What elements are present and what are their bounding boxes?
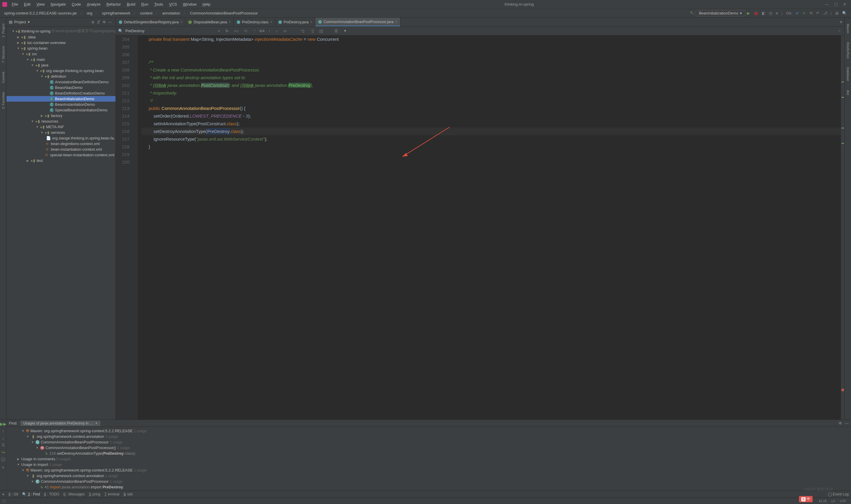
quick-access-icon[interactable]: » — [2, 492, 4, 496]
select-all-icon[interactable]: ▭ — [283, 29, 287, 33]
search-icon[interactable]: 🔍 — [842, 11, 847, 15]
tree-item[interactable]: ▼▸▮org.xiaoge.thinking.in.spring.bean — [6, 68, 115, 74]
find-result-item[interactable]: ▼⛃ Maven: org.springframework:spring-con… — [6, 467, 851, 473]
run-icon[interactable]: ▶ — [747, 11, 750, 15]
menu-code[interactable]: Code — [69, 2, 84, 6]
menu-analyze[interactable]: Analyze — [84, 2, 104, 6]
close-tab-icon[interactable]: × — [95, 421, 97, 426]
history-icon[interactable]: ↻ — [225, 29, 229, 33]
next-match-icon[interactable]: ↓ — [276, 29, 278, 33]
close-tab-icon[interactable]: × — [395, 20, 397, 23]
clear-icon[interactable]: × — [218, 29, 220, 33]
editor-tab[interactable]: CommonAnnotationBeanPostProcessor.java× — [315, 18, 400, 26]
tree-item[interactable]: ▼▸▮src — [6, 51, 115, 57]
bottom-tab[interactable]: Build — [124, 492, 133, 496]
editor-tab[interactable]: PreDestroy.java× — [275, 18, 315, 26]
tree-item[interactable]: CSpecialBeanInstantiationDemo — [6, 107, 115, 113]
find-results-tab[interactable]: Usages of javax.annotation.PreDestroy in… — [20, 421, 101, 426]
tree-item[interactable]: ▶▸▮factory — [6, 113, 115, 119]
add-selection-icon[interactable]: ⁺▯ — [300, 29, 304, 33]
tool-tab[interactable]: RestfulTool — [846, 42, 850, 58]
menu-help[interactable]: Help — [199, 2, 213, 6]
find-result-item[interactable]: ▼m CommonAnnotationBeanPostProcessor() 1… — [6, 445, 851, 451]
find-input[interactable] — [125, 29, 214, 33]
tool-tab[interactable]: Database — [846, 67, 850, 81]
commit-icon[interactable]: ✔ — [802, 11, 806, 15]
file-encoding[interactable]: UTF — [840, 499, 846, 503]
find-result-item[interactable]: ▼C CommonAnnotationBeanPostProcessor 1 u… — [6, 439, 851, 445]
tree-item[interactable]: ▼▸▮spring-bean — [6, 46, 115, 51]
debug-icon[interactable]: 🐞 — [754, 11, 758, 15]
bottom-tab[interactable]: 🔍 3: Find — [22, 492, 40, 496]
bottom-tab[interactable]: Terminal — [104, 492, 120, 496]
locate-icon[interactable]: ⊕ — [91, 20, 94, 24]
hide-panel-icon[interactable]: — — [845, 421, 849, 426]
tree-item[interactable]: ▶▸▮test — [6, 158, 115, 163]
bottom-tab[interactable]: 0: Messages — [64, 492, 85, 496]
code-body[interactable]: private final transient Map<String, Inje… — [138, 35, 845, 419]
word-icon[interactable]: W — [244, 29, 248, 33]
branches-icon[interactable]: ⎇ — [823, 11, 827, 15]
tree-item[interactable]: ▼▸▮definition — [6, 74, 115, 79]
breadcrumb-item[interactable]: CommonAnnotationBeanPostProcessor — [188, 10, 260, 16]
menu-view[interactable]: View — [33, 2, 48, 6]
menu-file[interactable]: File — [9, 2, 21, 6]
tree-item[interactable]: ▼▸▮resources — [6, 119, 115, 124]
tree-item[interactable]: CAnnotationBeanDefinitionDemo — [6, 79, 115, 85]
close-tab-icon[interactable]: × — [181, 20, 182, 24]
caret-position[interactable]: 41:25 — [818, 499, 827, 503]
gear-icon[interactable]: ✻ — [838, 421, 842, 426]
find-result-item[interactable]: ↳ 216 setDestroyAnnotationType(PreDestro… — [6, 451, 851, 456]
editor-tab[interactable]: PreDestroy.class× — [234, 18, 275, 26]
tree-item[interactable]: ⚛bean-instantiation-context.xml — [6, 146, 115, 152]
menu-run[interactable]: Run — [138, 2, 151, 6]
tool-tab[interactable]: Commit — [1, 72, 5, 83]
select-occurrences-icon[interactable]: ▯▯ — [319, 29, 323, 33]
breadcrumb-item[interactable]: annotation — [160, 10, 182, 16]
down-icon[interactable]: ↓ — [2, 436, 4, 440]
tree-item[interactable]: ▼▸▮java — [6, 62, 115, 68]
gear-icon[interactable]: ✻ — [103, 20, 106, 24]
editor-tab[interactable]: DefaultSingletonBeanRegistry.java× — [116, 18, 185, 26]
editor-tab[interactable]: DisposableBean.java× — [185, 18, 234, 26]
menu-vcs[interactable]: VCS — [166, 2, 180, 6]
prev-match-icon[interactable]: ↑ — [269, 29, 271, 33]
bottom-tab[interactable]: 9: Git — [8, 492, 18, 496]
tool-tab[interactable]: Ant — [846, 90, 850, 95]
tree-item[interactable]: ⚛special-bean-instantiation-context.xml — [6, 152, 115, 158]
find-results-tree[interactable]: ▼⛃ Maven: org.springframework:spring-con… — [6, 427, 851, 490]
more-tabs-icon[interactable]: ▾ — [838, 20, 845, 24]
tree-item[interactable]: CBeanAliasDemo — [6, 85, 115, 90]
find-result-item[interactable]: ▼▮ org.springframework.context.annotatio… — [6, 434, 851, 439]
tree-item[interactable]: ▼▸▮thinking-in-spring D:\worksprace\极客学习… — [6, 28, 115, 34]
breadcrumb-item[interactable]: context — [138, 10, 154, 16]
find-result-item[interactable]: ↳ 41 import javax.annotation.import PreD… — [6, 484, 851, 490]
hide-icon[interactable]: — — [108, 20, 112, 24]
menu-navigate[interactable]: Navigate — [48, 2, 69, 6]
run-config-selector[interactable]: BeanInitializationDemo ▾ — [695, 10, 745, 16]
tree-item[interactable]: ▼▸▮main — [6, 57, 115, 62]
close-find-icon[interactable]: × — [838, 29, 841, 33]
menu-edit[interactable]: Edit — [21, 2, 33, 6]
menu-window[interactable]: Window — [180, 2, 199, 6]
revert-icon[interactable]: ↶ — [816, 11, 819, 15]
breadcrumb-item[interactable]: springframework — [100, 10, 132, 16]
close-icon[interactable]: ✕ — [843, 2, 846, 6]
settings-mini-icon[interactable]: ⠿ — [2, 443, 5, 448]
tree-item[interactable]: CBeanInitializationDemo — [6, 96, 115, 102]
tool-tab[interactable]: 2: Favorites — [1, 92, 5, 109]
code-editor[interactable]: 2042052062072082092102112122132142152162… — [116, 35, 845, 419]
regex-icon[interactable]: .* — [253, 29, 256, 33]
stop-icon[interactable]: ■ — [776, 11, 778, 15]
bottom-tab[interactable]: Spring — [89, 492, 101, 496]
tree-item[interactable]: ▼▸▮META-INF — [6, 124, 115, 130]
tree-item[interactable]: ▼▸▮services — [6, 130, 115, 135]
breadcrumb-item[interactable]: spring-context-5.2.2.RELEASE-sources.jar — [2, 10, 78, 16]
tree-item[interactable]: 📄org.xiaoge.thinking.in.spring.bean.fa… — [6, 135, 115, 141]
tool-tab[interactable]: 7: Structure — [1, 46, 5, 63]
find-result-item[interactable]: ▶ Usage in comments 5 usages — [6, 456, 851, 462]
pin-icon[interactable]: ⓘ — [1, 457, 5, 462]
tool-window-quick-access-icon[interactable]: ▢ — [2, 499, 5, 503]
profile-icon[interactable]: ◷ — [769, 11, 772, 15]
tool-tab[interactable]: 1: Project — [1, 24, 5, 37]
